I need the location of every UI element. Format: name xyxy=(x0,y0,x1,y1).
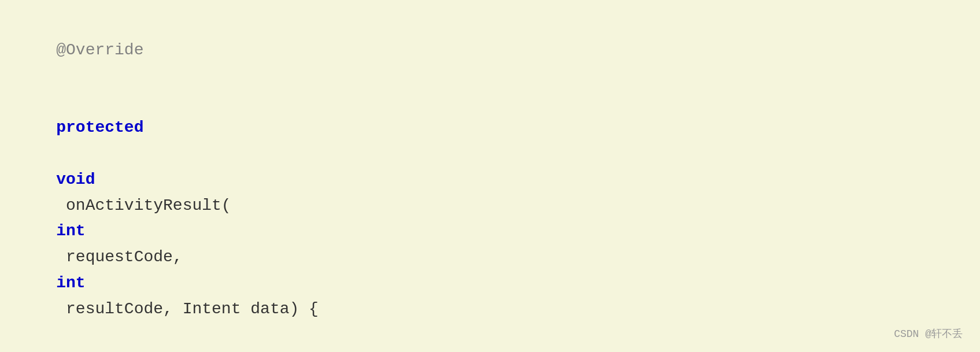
annotation-line: @Override xyxy=(17,12,963,89)
method-name: onActivityResult( xyxy=(56,197,231,214)
watermark: CSDN @轩不丢 xyxy=(894,327,963,340)
keyword-void: void xyxy=(56,171,95,188)
param1: requestCode, xyxy=(56,248,192,266)
keyword-protected: protected xyxy=(56,118,143,136)
space xyxy=(56,144,66,162)
keyword-int1: int xyxy=(56,222,85,240)
super-call-line: super .onActivityResult(requestCode, res… xyxy=(17,348,963,352)
code-container: @Override protected void onActivityResul… xyxy=(0,0,980,352)
method-signature-line: protected void onActivityResult( int req… xyxy=(17,89,963,348)
keyword-int2: int xyxy=(56,274,85,292)
param2: resultCode, Intent data) { xyxy=(56,300,319,318)
override-annotation: @Override xyxy=(56,41,143,59)
